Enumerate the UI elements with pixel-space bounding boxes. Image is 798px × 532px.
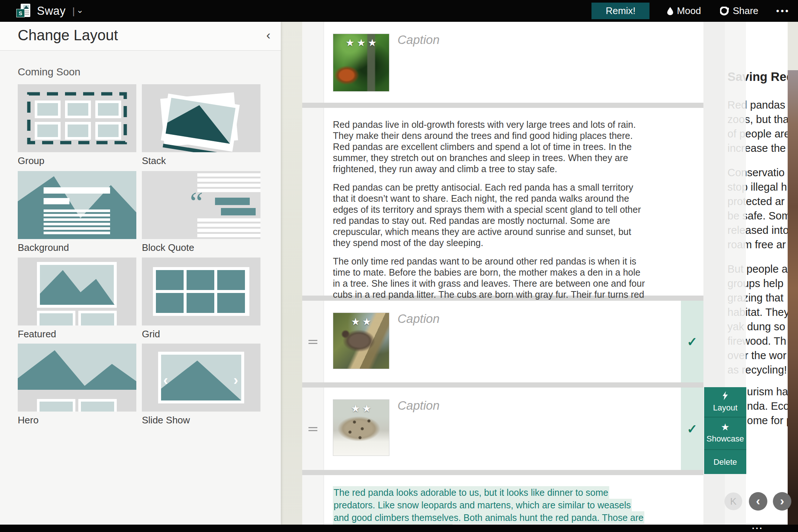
card-layout-label: Layout	[713, 403, 737, 413]
image-card-body[interactable]: ★★ Caption	[324, 388, 681, 470]
top-bar-actions: Remix! Mood Share •••	[591, 0, 798, 22]
tile-label-block-quote: Block Quote	[142, 242, 260, 253]
slide-show-layout-thumbnail: ‹ ›	[142, 344, 260, 412]
sway-app-window: S Sway | › Remix! Mood Share •••	[0, 0, 798, 532]
layout-tile-featured[interactable]: Featured	[18, 258, 136, 340]
preview-paragraph-clipped: urism has nda. Ecoto ome for p	[747, 385, 788, 428]
panel-header: Change Layout ‹	[0, 22, 281, 51]
card-showcase-button[interactable]: ★ Showcase	[704, 417, 746, 449]
background-gap-strip	[281, 22, 302, 525]
preview-line: ome for p	[747, 413, 788, 428]
panel-title: Change Layout	[18, 27, 118, 44]
selection-strip[interactable]: ✓	[681, 301, 703, 382]
more-options-icon[interactable]: •••	[776, 6, 790, 16]
preview-line: urism has	[747, 385, 788, 399]
stack-layout-thumbnail	[142, 84, 260, 152]
share-icon	[720, 7, 729, 16]
change-layout-panel: Change Layout ‹ Coming Soon	[0, 22, 281, 525]
paragraph[interactable]: Red pandas live in old-growth forests wi…	[333, 119, 648, 174]
background-layout-thumbnail	[18, 171, 136, 239]
star-icon: ★	[351, 403, 360, 414]
app-logo-group[interactable]: S Sway | ›	[16, 3, 81, 19]
storyline-card-text-highlighted[interactable]: The red panda looks adorable to us, but …	[302, 475, 703, 525]
layout-tile-slide-show[interactable]: ‹ › Slide Show	[142, 344, 260, 426]
preview-next-button[interactable]: ›	[773, 492, 791, 511]
check-icon: ✓	[687, 334, 698, 349]
layout-tile-block-quote[interactable]: “ Block Quote	[142, 171, 260, 253]
star-icon: ★	[357, 37, 365, 48]
drag-handle[interactable]	[308, 340, 317, 346]
caption-placeholder[interactable]: Caption	[398, 312, 440, 326]
grid-layout-thumbnail	[142, 258, 260, 325]
top-bar: S Sway | › Remix! Mood Share •••	[0, 0, 798, 22]
pine-marten-image[interactable]: ★★	[333, 313, 389, 369]
star-icon: ★	[351, 316, 360, 327]
card-gutter	[302, 301, 324, 382]
tile-label-slide-show: Slide Show	[142, 415, 260, 426]
drag-handle[interactable]	[308, 427, 317, 433]
card-action-menu: Layout ★ Showcase Delete	[704, 387, 746, 474]
tile-label-background: Background	[18, 242, 136, 253]
star-icon: ★	[362, 403, 371, 414]
svg-text:“: “	[190, 186, 203, 219]
sway-logo-icon: S	[16, 3, 33, 19]
featured-layout-thumbnail	[18, 258, 136, 325]
red-panda-image[interactable]: ★★★	[333, 34, 389, 91]
star-icon: ★	[362, 316, 371, 327]
app-title: Sway	[37, 4, 66, 18]
card-delete-label: Delete	[713, 457, 737, 467]
droplet-icon	[667, 7, 673, 15]
bottom-more-dots-icon[interactable]: •••	[752, 525, 764, 532]
chevron-down-icon[interactable]: ›	[75, 10, 85, 13]
block-quote-layout-thumbnail: “	[142, 171, 260, 239]
card-layout-button[interactable]: Layout	[704, 387, 746, 417]
storyline-card-image-snow-leopard[interactable]: ★★ Caption ✓	[302, 388, 703, 470]
card-gutter	[302, 108, 324, 296]
emphasis-stars: ★★	[333, 316, 389, 328]
share-button[interactable]: Share	[720, 5, 758, 17]
layout-tile-grid[interactable]: Grid	[142, 258, 260, 340]
preview-prev-button[interactable]: ‹	[749, 492, 767, 511]
layout-tile-hero[interactable]: Hero	[18, 344, 136, 426]
layout-tile-background[interactable]: Background	[18, 171, 136, 253]
tile-label-group: Group	[18, 155, 136, 167]
selection-strip[interactable]: ✓	[681, 388, 703, 470]
emphasis-stars: ★★★	[333, 37, 389, 49]
card-delete-button[interactable]: Delete	[704, 449, 746, 474]
card-gutter	[302, 475, 324, 525]
caption-placeholder[interactable]: Caption	[398, 399, 440, 413]
emphasis-stars: ★★	[333, 403, 389, 415]
storyline-card-text[interactable]: Red pandas live in old-growth forests wi…	[302, 108, 703, 296]
text-card-body[interactable]: The red panda looks adorable to us, but …	[324, 475, 703, 525]
title-separator: |	[72, 6, 75, 17]
chevron-left-icon: ‹	[756, 494, 760, 508]
star-icon: ★	[368, 37, 377, 48]
chevron-right-icon: ›	[780, 494, 784, 508]
tile-label-featured: Featured	[18, 328, 136, 340]
sway-logo-s-badge: S	[16, 9, 25, 17]
coming-soon-label: Coming Soon	[18, 66, 81, 78]
card-showcase-label: Showcase	[706, 434, 744, 444]
ghost-accessibility-button: K	[724, 492, 742, 510]
text-card-body[interactable]: Red pandas live in old-growth forests wi…	[324, 108, 703, 296]
image-card-body[interactable]: ★★ Caption	[324, 301, 681, 382]
mood-button[interactable]: Mood	[667, 5, 701, 17]
bottom-bar: •••	[0, 525, 798, 532]
layout-tile-stack[interactable]: Stack	[142, 84, 260, 167]
card-gutter	[302, 22, 324, 103]
storyline-card-image-marten[interactable]: ★★ Caption ✓	[302, 301, 703, 382]
layout-tile-group[interactable]: Group	[18, 84, 136, 167]
paragraph[interactable]: Red pandas can be pretty antisocial. Eac…	[333, 182, 648, 248]
star-icon: ★	[345, 37, 354, 48]
tile-label-grid: Grid	[142, 328, 260, 340]
snow-leopard-image[interactable]: ★★	[333, 400, 389, 456]
storyline-card-image-red-panda[interactable]: ★★★ Caption	[302, 22, 703, 103]
caption-placeholder[interactable]: Caption	[398, 33, 440, 47]
collapse-panel-icon[interactable]: ‹	[266, 28, 270, 42]
group-layout-thumbnail	[18, 84, 136, 152]
image-card-body[interactable]: ★★★ Caption	[324, 22, 703, 103]
remix-button[interactable]: Remix!	[591, 3, 649, 19]
hero-layout-thumbnail	[18, 344, 136, 412]
share-label: Share	[733, 5, 758, 17]
preview-photo-edge	[788, 70, 798, 525]
